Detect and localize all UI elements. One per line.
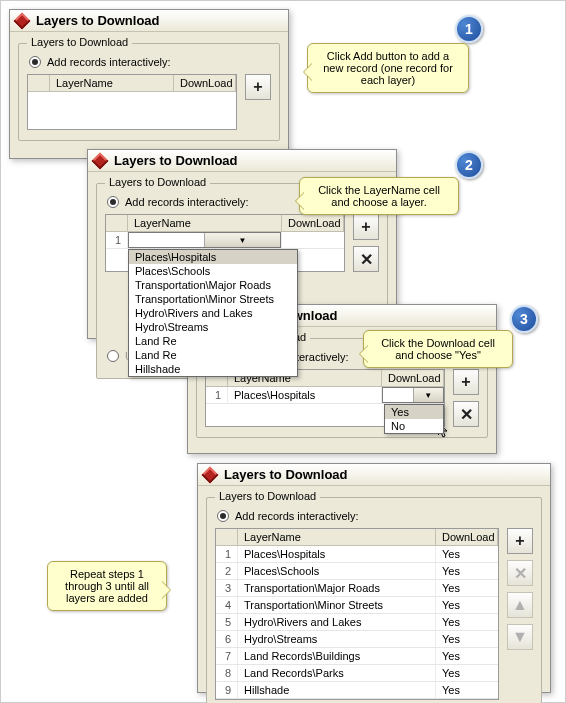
layername-cell[interactable]: Transportation\Minor Streets bbox=[238, 597, 436, 613]
records-table[interactable]: LayerName DownLoad bbox=[27, 74, 237, 130]
table-row[interactable]: 1 Places\Hospitals ▼ bbox=[206, 387, 444, 404]
download-cell[interactable]: Yes bbox=[436, 546, 498, 562]
layername-cell[interactable]: Hydro\Rivers and Lakes bbox=[238, 614, 436, 630]
dropdown-option[interactable]: Hydro\Rivers and Lakes bbox=[129, 306, 297, 320]
col-download[interactable]: DownLoad bbox=[382, 370, 444, 386]
table-row[interactable]: 3Transportation\Major RoadsYes bbox=[216, 580, 498, 597]
row-number: 6 bbox=[216, 631, 238, 647]
titlebar[interactable]: Layers to Download bbox=[88, 150, 396, 172]
radio-add-label: Add records interactively: bbox=[235, 510, 359, 522]
layername-cell[interactable]: Hydro\Streams bbox=[238, 631, 436, 647]
radio-add-interactively[interactable] bbox=[107, 196, 119, 208]
dropdown-option[interactable]: Hydro\Streams bbox=[129, 320, 297, 334]
dropdown-option[interactable]: Transportation\Minor Streets bbox=[129, 292, 297, 306]
callout-text: Repeat steps 1 through 3 until all layer… bbox=[65, 568, 149, 604]
download-combo[interactable]: ▼ bbox=[382, 387, 444, 403]
dropdown-option[interactable]: Places\Schools bbox=[129, 264, 297, 278]
callout-step3: Click the Download cell and choose "Yes" bbox=[363, 330, 513, 368]
table-header: LayerName DownLoad bbox=[216, 529, 498, 546]
move-down-button[interactable]: ▼ bbox=[507, 624, 533, 650]
dropdown-option[interactable]: Yes bbox=[385, 405, 443, 419]
step-badge-3: 3 bbox=[510, 305, 538, 333]
dropdown-option[interactable]: No bbox=[385, 419, 443, 433]
dropdown-option[interactable]: Transportation\Major Roads bbox=[129, 278, 297, 292]
col-download[interactable]: DownLoad bbox=[282, 215, 344, 231]
table-row[interactable]: 1Places\HospitalsYes bbox=[216, 546, 498, 563]
group-label: Layers to Download bbox=[27, 36, 132, 48]
download-cell[interactable]: Yes bbox=[436, 597, 498, 613]
row-number: 2 bbox=[216, 563, 238, 579]
records-table[interactable]: LayerName DownLoad 1Places\HospitalsYes2… bbox=[215, 528, 499, 700]
titlebar[interactable]: Layers to Download bbox=[198, 464, 550, 486]
radio-use-records[interactable] bbox=[107, 350, 119, 362]
layername-cell[interactable]: ▼ bbox=[128, 232, 282, 248]
delete-button[interactable]: ✕ bbox=[507, 560, 533, 586]
row-number: 3 bbox=[216, 580, 238, 596]
table-row[interactable]: 9HillshadeYes bbox=[216, 682, 498, 699]
col-layername[interactable]: LayerName bbox=[128, 215, 282, 231]
table-header: LayerName DownLoad bbox=[106, 215, 344, 232]
chevron-down-icon[interactable]: ▼ bbox=[204, 233, 280, 247]
step-badge-1: 1 bbox=[455, 15, 483, 43]
table-row[interactable]: 6Hydro\StreamsYes bbox=[216, 631, 498, 648]
dropdown-option[interactable]: Hillshade bbox=[129, 362, 297, 376]
table-row[interactable]: 5Hydro\Rivers and LakesYes bbox=[216, 614, 498, 631]
radio-add-label: Add records interactively: bbox=[47, 56, 171, 68]
callout-text: Click the Download cell and choose "Yes" bbox=[381, 337, 495, 361]
download-cell[interactable]: Yes bbox=[436, 665, 498, 681]
app-icon bbox=[14, 12, 31, 29]
table-row[interactable]: 4Transportation\Minor StreetsYes bbox=[216, 597, 498, 614]
layername-cell[interactable]: Places\Schools bbox=[238, 563, 436, 579]
dropdown-option[interactable]: Land Re bbox=[129, 348, 297, 362]
col-download[interactable]: DownLoad bbox=[436, 529, 498, 545]
table-row[interactable]: 8Land Records\ParksYes bbox=[216, 665, 498, 682]
radio-add-interactively[interactable] bbox=[29, 56, 41, 68]
layername-cell[interactable]: Land Records\Parks bbox=[238, 665, 436, 681]
download-cell[interactable]: ▼ bbox=[382, 387, 444, 403]
download-cell[interactable]: Yes bbox=[436, 631, 498, 647]
records-table[interactable]: LayerName DownLoad 1 Places\Hospitals ▼ … bbox=[205, 369, 445, 427]
row-number: 1 bbox=[106, 232, 128, 248]
layername-cell[interactable]: Hillshade bbox=[238, 682, 436, 698]
callout-step1: Click Add button to add a new record (on… bbox=[307, 43, 469, 93]
delete-button[interactable]: ✕ bbox=[353, 246, 379, 272]
col-download[interactable]: DownLoad bbox=[174, 75, 236, 91]
add-button[interactable]: + bbox=[245, 74, 271, 100]
table-row[interactable]: 2Places\SchoolsYes bbox=[216, 563, 498, 580]
layername-cell[interactable]: Transportation\Major Roads bbox=[238, 580, 436, 596]
row-number: 1 bbox=[206, 387, 228, 403]
layername-cell[interactable]: Land Records\Buildings bbox=[238, 648, 436, 664]
callout-step2: Click the LayerName cell and choose a la… bbox=[299, 177, 459, 215]
group-label: Layers to Download bbox=[105, 176, 210, 188]
dropdown-option[interactable]: Land Re bbox=[129, 334, 297, 348]
dropdown-option[interactable]: Places\Hospitals bbox=[129, 250, 297, 264]
chevron-down-icon[interactable]: ▼ bbox=[413, 388, 444, 402]
col-layername[interactable]: LayerName bbox=[238, 529, 436, 545]
radio-add-interactively[interactable] bbox=[217, 510, 229, 522]
download-cell[interactable]: Yes bbox=[436, 648, 498, 664]
layername-dropdown[interactable]: Places\HospitalsPlaces\SchoolsTransporta… bbox=[128, 249, 298, 377]
download-cell[interactable]: Yes bbox=[436, 580, 498, 596]
add-button[interactable]: + bbox=[507, 528, 533, 554]
table-row[interactable]: 7Land Records\BuildingsYes bbox=[216, 648, 498, 665]
row-number: 8 bbox=[216, 665, 238, 681]
titlebar[interactable]: Layers to Download bbox=[10, 10, 288, 32]
layername-combo[interactable]: ▼ bbox=[128, 232, 281, 248]
add-button[interactable]: + bbox=[453, 369, 479, 395]
delete-button[interactable]: ✕ bbox=[453, 401, 479, 427]
layername-cell[interactable]: Places\Hospitals bbox=[228, 387, 382, 403]
download-cell[interactable]: Yes bbox=[436, 614, 498, 630]
move-up-button[interactable]: ▲ bbox=[507, 592, 533, 618]
row-number: 9 bbox=[216, 682, 238, 698]
dialog-title: Layers to Download bbox=[224, 467, 348, 482]
download-cell[interactable]: Yes bbox=[436, 563, 498, 579]
download-cell[interactable]: Yes bbox=[436, 682, 498, 698]
table-row[interactable]: 1 ▼ bbox=[106, 232, 344, 249]
download-dropdown[interactable]: YesNo bbox=[384, 404, 444, 434]
layername-cell[interactable]: Places\Hospitals bbox=[238, 546, 436, 562]
callout-text: Click Add button to add a new record (on… bbox=[323, 50, 453, 86]
add-button[interactable]: + bbox=[353, 214, 379, 240]
records-table[interactable]: LayerName DownLoad 1 ▼ Places\Hospita bbox=[105, 214, 345, 272]
row-number: 5 bbox=[216, 614, 238, 630]
col-layername[interactable]: LayerName bbox=[50, 75, 174, 91]
